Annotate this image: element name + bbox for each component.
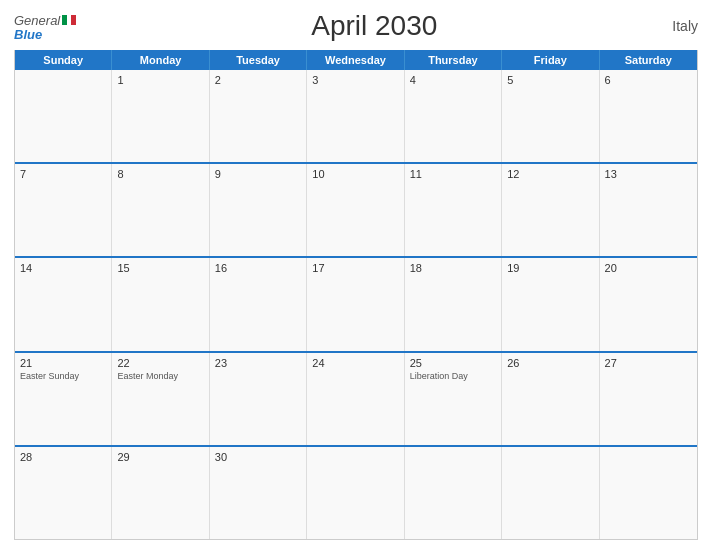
- cell-w4-d3: 23: [210, 353, 307, 445]
- cell-w1-d4: 3: [307, 70, 404, 162]
- holiday-label: Liberation Day: [410, 371, 496, 382]
- day-number: 26: [507, 357, 593, 369]
- page-title: April 2030: [311, 10, 437, 42]
- day-number: 7: [20, 168, 106, 180]
- week-row-4: 21Easter Sunday22Easter Monday232425Libe…: [15, 353, 697, 447]
- page-header: General Blue April 2030 Italy: [14, 10, 698, 42]
- day-number: 2: [215, 74, 301, 86]
- day-number: 16: [215, 262, 301, 274]
- day-number: 23: [215, 357, 301, 369]
- country-label: Italy: [672, 18, 698, 34]
- cell-w2-d4: 10: [307, 164, 404, 256]
- cell-w4-d7: 27: [600, 353, 697, 445]
- day-number: 18: [410, 262, 496, 274]
- cell-w1-d2: 1: [112, 70, 209, 162]
- day-number: 10: [312, 168, 398, 180]
- cell-w5-d2: 29: [112, 447, 209, 539]
- day-number: 8: [117, 168, 203, 180]
- cell-w2-d3: 9: [210, 164, 307, 256]
- day-number: 13: [605, 168, 692, 180]
- day-number: 30: [215, 451, 301, 463]
- week-row-3: 14151617181920: [15, 258, 697, 352]
- calendar-header: Sunday Monday Tuesday Wednesday Thursday…: [15, 50, 697, 70]
- cell-w2-d1: 7: [15, 164, 112, 256]
- calendar-page: General Blue April 2030 Italy Sunday Mon…: [0, 0, 712, 550]
- day-number: 19: [507, 262, 593, 274]
- cell-w5-d6: [502, 447, 599, 539]
- day-number: 24: [312, 357, 398, 369]
- day-number: 9: [215, 168, 301, 180]
- col-thursday: Thursday: [405, 50, 502, 70]
- cell-w1-d1: [15, 70, 112, 162]
- day-number: 4: [410, 74, 496, 86]
- day-number: 28: [20, 451, 106, 463]
- cell-w5-d7: [600, 447, 697, 539]
- cell-w2-d7: 13: [600, 164, 697, 256]
- day-number: 29: [117, 451, 203, 463]
- day-number: 14: [20, 262, 106, 274]
- day-number: 27: [605, 357, 692, 369]
- day-number: 21: [20, 357, 106, 369]
- cell-w1-d3: 2: [210, 70, 307, 162]
- day-number: 20: [605, 262, 692, 274]
- logo-flag-icon: [62, 15, 76, 25]
- col-friday: Friday: [502, 50, 599, 70]
- cell-w3-d5: 18: [405, 258, 502, 350]
- day-number: 6: [605, 74, 692, 86]
- cell-w1-d6: 5: [502, 70, 599, 162]
- calendar-body: 123456789101112131415161718192021Easter …: [15, 70, 697, 539]
- cell-w4-d6: 26: [502, 353, 599, 445]
- col-tuesday: Tuesday: [210, 50, 307, 70]
- cell-w4-d4: 24: [307, 353, 404, 445]
- cell-w5-d5: [405, 447, 502, 539]
- day-number: 17: [312, 262, 398, 274]
- day-number: 1: [117, 74, 203, 86]
- day-number: 3: [312, 74, 398, 86]
- day-number: 11: [410, 168, 496, 180]
- cell-w3-d3: 16: [210, 258, 307, 350]
- cell-w1-d7: 6: [600, 70, 697, 162]
- cell-w1-d5: 4: [405, 70, 502, 162]
- day-number: 25: [410, 357, 496, 369]
- col-sunday: Sunday: [15, 50, 112, 70]
- logo: General Blue: [14, 12, 76, 41]
- cell-w5-d1: 28: [15, 447, 112, 539]
- holiday-label: Easter Sunday: [20, 371, 106, 382]
- day-number: 5: [507, 74, 593, 86]
- cell-w3-d7: 20: [600, 258, 697, 350]
- day-number: 15: [117, 262, 203, 274]
- cell-w3-d4: 17: [307, 258, 404, 350]
- holiday-label: Easter Monday: [117, 371, 203, 382]
- col-saturday: Saturday: [600, 50, 697, 70]
- calendar: Sunday Monday Tuesday Wednesday Thursday…: [14, 50, 698, 540]
- cell-w4-d5: 25Liberation Day: [405, 353, 502, 445]
- day-number: 22: [117, 357, 203, 369]
- cell-w2-d2: 8: [112, 164, 209, 256]
- cell-w4-d2: 22Easter Monday: [112, 353, 209, 445]
- cell-w4-d1: 21Easter Sunday: [15, 353, 112, 445]
- week-row-1: 123456: [15, 70, 697, 164]
- cell-w2-d6: 12: [502, 164, 599, 256]
- col-monday: Monday: [112, 50, 209, 70]
- logo-blue-text: Blue: [14, 28, 76, 41]
- cell-w2-d5: 11: [405, 164, 502, 256]
- cell-w3-d2: 15: [112, 258, 209, 350]
- week-row-2: 78910111213: [15, 164, 697, 258]
- cell-w3-d6: 19: [502, 258, 599, 350]
- logo-general-text: General: [14, 12, 76, 28]
- col-wednesday: Wednesday: [307, 50, 404, 70]
- cell-w3-d1: 14: [15, 258, 112, 350]
- week-row-5: 282930: [15, 447, 697, 539]
- day-number: 12: [507, 168, 593, 180]
- cell-w5-d4: [307, 447, 404, 539]
- cell-w5-d3: 30: [210, 447, 307, 539]
